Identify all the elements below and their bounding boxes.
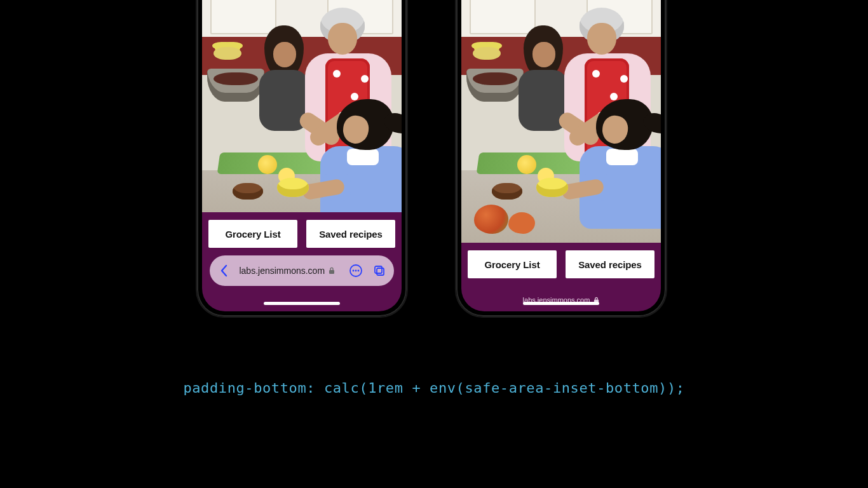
- more-icon[interactable]: [348, 262, 364, 280]
- hero-photo: [202, 0, 402, 212]
- grocery-list-button[interactable]: Grocery List: [208, 220, 297, 248]
- lock-icon: [329, 267, 335, 274]
- svg-point-2: [353, 270, 355, 272]
- phone-screen: Grocery List Saved recipes labs.jensimmo…: [461, 0, 661, 311]
- svg-rect-5: [375, 266, 382, 273]
- svg-point-3: [355, 270, 357, 272]
- url-text: labs.jensimmons.com: [239, 266, 325, 276]
- address-url[interactable]: labs.jensimmons.com: [239, 266, 335, 276]
- phone-mock-right: Grocery List Saved recipes labs.jensimmo…: [455, 0, 667, 318]
- home-indicator[interactable]: [523, 302, 599, 305]
- back-icon[interactable]: [216, 262, 233, 280]
- phone-screen: Grocery List Saved recipes labs.jensimmo…: [202, 0, 402, 311]
- safari-address-bar[interactable]: labs.jensimmons.com: [210, 255, 394, 286]
- slide-stage: Grocery List Saved recipes labs.jensimmo…: [0, 0, 868, 488]
- action-button-row: Grocery List Saved recipes: [208, 220, 395, 248]
- home-indicator[interactable]: [264, 302, 340, 305]
- hero-photo: [461, 0, 661, 243]
- phone-mock-left: Grocery List Saved recipes labs.jensimmo…: [196, 0, 408, 318]
- action-button-row: Grocery List Saved recipes: [468, 250, 654, 278]
- svg-rect-0: [329, 270, 334, 274]
- saved-recipes-button[interactable]: Saved recipes: [566, 250, 654, 278]
- grocery-list-button[interactable]: Grocery List: [468, 250, 557, 278]
- saved-recipes-button[interactable]: Saved recipes: [306, 220, 395, 248]
- tabs-icon[interactable]: [371, 262, 388, 280]
- svg-point-4: [358, 270, 360, 272]
- svg-rect-6: [377, 268, 384, 275]
- code-caption: padding-bottom: calc(1rem + env(safe-are…: [0, 380, 868, 396]
